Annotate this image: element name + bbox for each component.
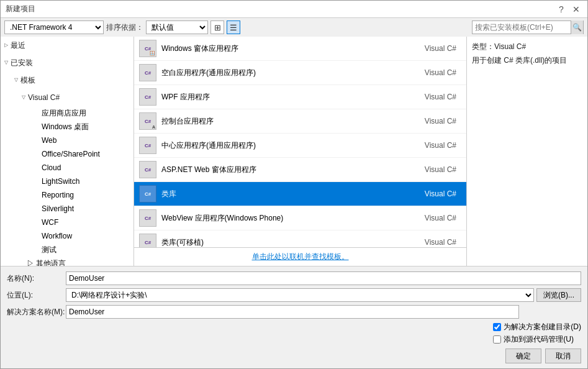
right-panel: 类型：Visual C# 用于创建 C# 类库(.dll)的项目	[466, 37, 587, 266]
installed-label: 已安装	[11, 57, 33, 68]
title-bar-buttons: ? ✕	[555, 3, 582, 16]
template-name-6: ASP.NET Web 窗体应用程序	[161, 165, 425, 175]
title-bar: 新建项目 ? ✕	[1, 1, 587, 18]
browse-button[interactable]: 浏览(B)...	[536, 288, 581, 302]
solution-row: 解决方案名称(M):	[7, 305, 581, 319]
sidebar-item-web[interactable]: Web	[23, 134, 133, 147]
main-content: ▷ 最近 ▽ 已安装 ▽ 模板	[1, 37, 587, 266]
framework-select[interactable]: .NET Framework 4	[4, 20, 104, 34]
template-icon-3: C#	[139, 88, 156, 106]
template-icon-5: C#	[139, 137, 156, 154]
search-box: 🔍	[472, 20, 584, 34]
solution-label: 解决方案名称(M):	[7, 307, 66, 317]
template-icon-4: C# A	[139, 112, 156, 130]
solution-input[interactable]	[66, 305, 519, 319]
sidebar-item-other-languages[interactable]: ▷ 其他语言	[8, 257, 133, 266]
ok-button[interactable]: 确定	[505, 348, 541, 363]
sidebar-item-visual-csharp[interactable]: ▽ Visual C#	[16, 89, 133, 106]
sort-label: 排序依据：	[106, 22, 143, 33]
visual-csharp-expand-icon: ▽	[20, 94, 27, 101]
templates-children: ▽ Visual C# 应用商店应用 Windows 桌面 Web Office…	[8, 89, 133, 257]
sidebar-item-templates[interactable]: ▽ 模板	[8, 71, 133, 89]
sidebar-item-recent[interactable]: ▷ 最近	[1, 37, 133, 54]
template-name-4: 控制台应用程序	[161, 116, 425, 127]
grid-view-button[interactable]: ⊞	[210, 20, 224, 34]
left-panel: ▷ 最近 ▽ 已安装 ▽ 模板	[1, 37, 134, 266]
checkbox-group: 为解决方案创建目录(D) 添加到源代码管理(U)	[493, 322, 581, 345]
template-icon-9: C#	[139, 234, 156, 247]
template-name-3: WPF 应用程序	[161, 92, 425, 102]
action-row: 确定 取消	[7, 348, 581, 363]
installed-expand-icon: ▽	[3, 60, 9, 66]
template-item-9[interactable]: C# 类库(可移植) Visual C#	[134, 230, 466, 247]
template-tag-8: Visual C#	[425, 214, 461, 222]
template-tag-5: Visual C#	[425, 141, 461, 150]
installed-children: ▽ 模板 ▽ Visual C# 应用商店应用 Windows 桌面	[1, 71, 133, 266]
checkbox-create-directory-input[interactable]	[493, 323, 501, 331]
center-panel: C# 🪟 Windows 窗体应用程序 Visual C# C# 空白应用程序(…	[134, 37, 466, 266]
location-select[interactable]: D:\网络程序设计+实验\	[66, 288, 534, 302]
recent-label: 最近	[11, 40, 25, 51]
online-template-link[interactable]: 单击此处以联机并查找模板。	[252, 252, 349, 261]
sidebar-item-reporting[interactable]: Reporting	[23, 188, 133, 202]
template-icon-6: C#	[139, 161, 156, 178]
search-input[interactable]	[473, 23, 571, 32]
location-label: 位置(L):	[7, 290, 66, 301]
sidebar-item-lightswitch[interactable]: LightSwitch	[23, 175, 133, 188]
search-icon[interactable]: 🔍	[571, 20, 583, 34]
template-item-6[interactable]: C# ASP.NET Web 窗体应用程序 Visual C#	[134, 158, 466, 182]
list-view-button[interactable]: ☰	[227, 20, 240, 34]
toolbar: .NET Framework 4 排序依据： 默认值 ⊞ ☰ 🔍	[1, 18, 587, 37]
visual-csharp-children: 应用商店应用 Windows 桌面 Web Office/SharePoint …	[16, 106, 133, 257]
new-project-dialog: 新建项目 ? ✕ .NET Framework 4 排序依据： 默认值 ⊞ ☰ …	[0, 0, 588, 369]
name-input[interactable]	[66, 271, 581, 285]
sidebar-item-installed[interactable]: ▽ 已安装	[1, 54, 133, 71]
sidebar-item-test[interactable]: 测试	[23, 243, 133, 257]
checkbox-source-control-input[interactable]	[493, 335, 501, 344]
sidebar-item-silverlight[interactable]: Silverlight	[23, 202, 133, 216]
checkbox-create-directory[interactable]: 为解决方案创建目录(D)	[493, 322, 581, 332]
template-tag-3: Visual C#	[425, 93, 461, 101]
sidebar-item-windows-desktop[interactable]: Windows 桌面	[23, 120, 133, 134]
template-item-5[interactable]: C# 中心应用程序(通用应用程序) Visual C#	[134, 134, 466, 158]
template-name-5: 中心应用程序(通用应用程序)	[161, 140, 425, 151]
expand-icon: ▷	[3, 42, 9, 48]
visual-csharp-label: Visual C#	[28, 92, 60, 103]
template-item-8[interactable]: C# WebView 应用程序(Windows Phone) Visual C#	[134, 206, 466, 230]
template-tag-2: Visual C#	[425, 68, 461, 77]
template-item-4[interactable]: C# A 控制台应用程序 Visual C#	[134, 109, 466, 134]
cancel-button[interactable]: 取消	[545, 348, 581, 363]
templates-expand-icon: ▽	[13, 77, 19, 83]
template-name-1: Windows 窗体应用程序	[161, 43, 425, 54]
template-item-1[interactable]: C# 🪟 Windows 窗体应用程序 Visual C#	[134, 37, 466, 61]
template-item-3[interactable]: C# WPF 应用程序 Visual C#	[134, 85, 466, 109]
sidebar-item-workflow[interactable]: Workflow	[23, 229, 133, 243]
checkbox-create-directory-label: 为解决方案创建目录(D)	[504, 322, 581, 332]
location-field-group: D:\网络程序设计+实验\ 浏览(B)...	[66, 288, 581, 302]
template-item-2[interactable]: C# 空白应用程序(通用应用程序) Visual C#	[134, 61, 466, 85]
sort-select[interactable]: 默认值	[146, 20, 208, 34]
template-name-7: 类库	[161, 189, 425, 199]
bottom-section: 名称(N): 位置(L): D:\网络程序设计+实验\ 浏览(B)... 解决方…	[1, 266, 587, 368]
template-name-9: 类库(可移植)	[161, 237, 425, 248]
template-name-2: 空白应用程序(通用应用程序)	[161, 68, 425, 78]
template-icon-7: C#	[139, 185, 156, 203]
sidebar-item-cloud[interactable]: Cloud	[23, 161, 133, 175]
name-label: 名称(N):	[7, 273, 66, 284]
templates-label: 模板	[20, 75, 35, 86]
checkbox-source-control[interactable]: 添加到源代码管理(U)	[493, 334, 581, 345]
help-button[interactable]: ?	[555, 3, 568, 16]
template-list: C# 🪟 Windows 窗体应用程序 Visual C# C# 空白应用程序(…	[134, 37, 466, 247]
template-item-7[interactable]: C# 类库 Visual C#	[134, 182, 466, 206]
sidebar-item-appstore[interactable]: 应用商店应用	[23, 106, 133, 120]
template-icon-8: C#	[139, 209, 156, 227]
template-icon-2: C#	[139, 64, 156, 81]
template-tag-4: Visual C#	[425, 117, 461, 125]
close-button[interactable]: ✕	[570, 3, 582, 16]
name-row: 名称(N):	[7, 271, 581, 285]
template-icon-1: C# 🪟	[139, 40, 156, 57]
sidebar-item-wcf[interactable]: WCF	[23, 216, 133, 229]
dialog-title: 新建项目	[6, 4, 35, 14]
type-label: 类型：Visual C#	[472, 42, 582, 52]
sidebar-item-office-sharepoint[interactable]: Office/SharePoint	[23, 147, 133, 161]
